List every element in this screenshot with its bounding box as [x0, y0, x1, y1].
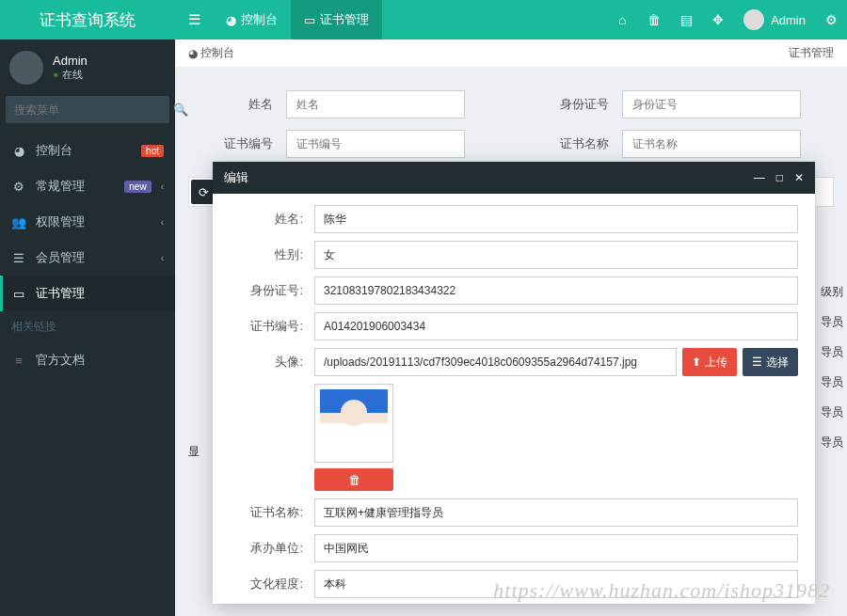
- cell: 导员: [821, 374, 843, 387]
- field-org[interactable]: [314, 534, 798, 562]
- chevron-left-icon: ‹: [161, 253, 164, 263]
- chevron-left-icon: ‹: [161, 182, 164, 192]
- label-edu: 文化程度: [230, 570, 314, 592]
- search-input[interactable]: [6, 96, 164, 123]
- delete-avatar-button[interactable]: 🗑: [314, 468, 393, 491]
- label-certno: 证书编号: [175, 135, 286, 152]
- input-certno[interactable]: [286, 130, 465, 158]
- label-name: 姓名: [175, 96, 286, 113]
- sidebar-section-header: 相关链接: [0, 311, 175, 342]
- sidebar-item-label: 常规管理: [36, 178, 115, 195]
- dashboard-icon: ◕: [226, 13, 236, 27]
- dashboard-icon: ◕: [11, 144, 26, 158]
- card-icon: ▭: [304, 13, 315, 27]
- sidebar-item-general[interactable]: ⚙ 常规管理 new ‹: [0, 168, 175, 204]
- list-icon: ☰: [752, 355, 762, 369]
- sidebar-item-docs[interactable]: ≡ 官方文档: [0, 342, 175, 378]
- choose-button[interactable]: ☰选择: [743, 348, 798, 376]
- upload-button[interactable]: ⬆上传: [682, 348, 737, 376]
- table-peek: 级别 导员 导员 导员 导员 导员: [821, 284, 843, 448]
- home-icon[interactable]: ⌂: [606, 12, 638, 27]
- upload-icon: ⬆: [692, 355, 701, 369]
- cell: 导员: [821, 344, 843, 357]
- close-icon[interactable]: ✕: [794, 171, 804, 184]
- input-name[interactable]: [286, 90, 465, 118]
- field-edu[interactable]: [314, 570, 798, 598]
- user-menu[interactable]: Admin: [734, 9, 815, 30]
- sidebar-item-label: 会员管理: [36, 249, 152, 266]
- sidebar-item-label: 权限管理: [36, 213, 152, 230]
- card-icon: ▭: [11, 287, 26, 301]
- modal-header: 编辑 — □ ✕: [213, 162, 815, 194]
- sidebar-user-name: Admin: [53, 54, 88, 68]
- trash-icon[interactable]: 🗑: [638, 12, 670, 27]
- field-avatar-path[interactable]: [314, 348, 677, 376]
- label-gender: 性别: [230, 241, 314, 263]
- cell: 导员: [821, 404, 843, 418]
- label-certname: 证书名称: [511, 135, 622, 152]
- logo: 证书查询系统: [0, 0, 175, 39]
- modal-title: 编辑: [224, 169, 248, 186]
- gear-icon[interactable]: ⚙: [815, 12, 847, 27]
- modal-body: 姓名 性别 身份证号 证书编号 头像 ⬆上传 ☰选择 🗑: [213, 194, 815, 604]
- cogs-icon: ⚙: [11, 180, 26, 194]
- doc-icon[interactable]: ▤: [670, 12, 702, 27]
- tab-dashboard[interactable]: ◕ 控制台: [213, 0, 291, 39]
- dashboard-icon: ◕: [188, 47, 200, 60]
- sidebar-item-label: 官方文档: [36, 352, 164, 369]
- trash-icon: 🗑: [348, 473, 360, 487]
- badge-hot: hot: [141, 145, 164, 157]
- pager-label: 显: [188, 444, 200, 460]
- sidebar-item-label: 控制台: [36, 142, 132, 159]
- breadcrumb-home[interactable]: 控制台: [200, 45, 234, 61]
- field-id[interactable]: [314, 276, 798, 305]
- avatar-preview: [314, 384, 393, 463]
- chevron-left-icon: ‹: [161, 217, 164, 228]
- expand-icon[interactable]: ✥: [702, 12, 734, 27]
- badge-new: new: [124, 181, 151, 193]
- label-certname: 证书名称: [230, 498, 314, 521]
- input-certname[interactable]: [622, 130, 801, 158]
- breadcrumb: ◕ 控制台 证书管理: [175, 39, 847, 68]
- field-certno[interactable]: [314, 312, 798, 340]
- tab-cert-manage-label: 证书管理: [320, 11, 369, 28]
- tab-dashboard-label: 控制台: [241, 11, 278, 28]
- list-icon: ≡: [11, 354, 26, 368]
- edit-modal: 编辑 — □ ✕ 姓名 性别 身份证号 证书编号 头像: [213, 162, 815, 604]
- sidebar-user-status: ●在线: [53, 68, 88, 82]
- minimize-icon[interactable]: —: [754, 171, 765, 184]
- menu-toggle-icon[interactable]: ☰: [175, 11, 213, 28]
- field-name[interactable]: [314, 205, 798, 233]
- group-icon: 👥: [11, 215, 26, 229]
- sidebar-search[interactable]: 🔍: [6, 96, 169, 123]
- field-certname[interactable]: [314, 498, 798, 527]
- top-header: 证书查询系统 ☰ ◕ 控制台 ▭ 证书管理 ⌂ 🗑 ▤ ✥ Admin ⚙: [0, 0, 847, 39]
- avatar-icon: [743, 9, 764, 30]
- sidebar-user-panel: Admin ●在线: [0, 39, 175, 96]
- list-icon: ☰: [11, 251, 26, 265]
- user-name-top: Admin: [771, 13, 806, 27]
- col-header-level: 级别: [821, 284, 843, 297]
- label-org: 承办单位: [230, 534, 314, 557]
- cell: 导员: [821, 314, 843, 327]
- label-id: 身份证号: [511, 96, 622, 113]
- sidebar-item-permission[interactable]: 👥 权限管理 ‹: [0, 204, 175, 240]
- label-id: 身份证号: [230, 276, 314, 299]
- tab-cert-manage[interactable]: ▭ 证书管理: [291, 0, 382, 39]
- field-gender[interactable]: [314, 241, 798, 269]
- sidebar-item-dashboard[interactable]: ◕ 控制台 hot: [0, 133, 175, 168]
- label-name: 姓名: [230, 205, 314, 228]
- avatar-icon: [9, 51, 43, 85]
- sidebar: Admin ●在线 🔍 ◕ 控制台 hot ⚙ 常规管理 new ‹ 👥 权限管…: [0, 39, 175, 616]
- label-certno: 证书编号: [230, 312, 314, 335]
- sidebar-item-label: 证书管理: [36, 285, 164, 302]
- sidebar-item-member[interactable]: ☰ 会员管理 ‹: [0, 240, 175, 276]
- search-form: 姓名 身份证号 证书编号 证书名称: [175, 68, 847, 164]
- input-id[interactable]: [622, 90, 801, 118]
- maximize-icon[interactable]: □: [776, 171, 783, 184]
- label-avatar: 头像: [230, 348, 314, 371]
- cell: 导员: [821, 434, 843, 448]
- sidebar-item-cert[interactable]: ▭ 证书管理: [0, 276, 175, 311]
- breadcrumb-current: 证书管理: [789, 45, 834, 61]
